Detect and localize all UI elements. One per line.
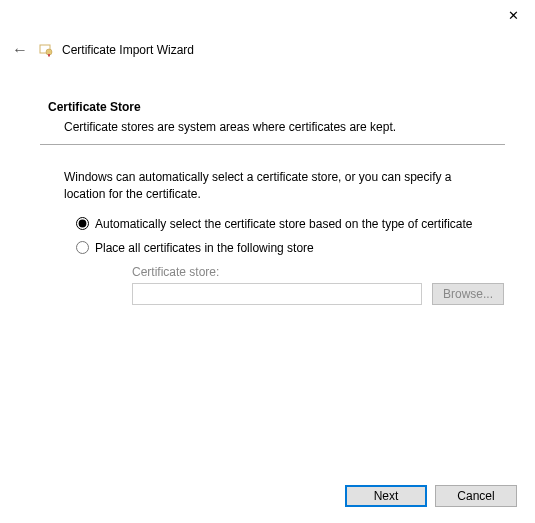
- back-arrow-icon: ←: [12, 41, 28, 59]
- instructions-text: Windows can automatically select a certi…: [64, 169, 495, 203]
- wizard-content: Certificate Store Certificate stores are…: [40, 100, 505, 305]
- close-icon: ✕: [508, 8, 519, 23]
- next-button[interactable]: Next: [345, 485, 427, 507]
- close-button[interactable]: ✕: [501, 3, 525, 27]
- store-input: [132, 283, 422, 305]
- radio-manual[interactable]: [76, 241, 89, 254]
- radio-auto-label[interactable]: Automatically select the certificate sto…: [95, 217, 473, 231]
- cancel-button[interactable]: Cancel: [435, 485, 517, 507]
- store-section: Certificate store: Browse...: [132, 265, 505, 305]
- certificate-wizard-icon: [38, 42, 54, 58]
- back-button[interactable]: ←: [10, 40, 30, 60]
- wizard-header: ← Certificate Import Wizard: [10, 40, 194, 60]
- radio-auto-row: Automatically select the certificate sto…: [76, 217, 505, 231]
- wizard-title: Certificate Import Wizard: [62, 43, 194, 57]
- titlebar: ✕: [501, 0, 535, 30]
- store-radio-group: Automatically select the certificate sto…: [76, 217, 505, 305]
- divider: [40, 144, 505, 145]
- section-title: Certificate Store: [48, 100, 505, 114]
- radio-manual-row: Place all certificates in the following …: [76, 241, 505, 255]
- radio-auto[interactable]: [76, 217, 89, 230]
- wizard-footer: Next Cancel: [345, 485, 517, 507]
- store-row: Browse...: [132, 283, 505, 305]
- store-label: Certificate store:: [132, 265, 505, 279]
- browse-button: Browse...: [432, 283, 504, 305]
- radio-manual-label[interactable]: Place all certificates in the following …: [95, 241, 314, 255]
- section-subtitle: Certificate stores are system areas wher…: [64, 120, 505, 134]
